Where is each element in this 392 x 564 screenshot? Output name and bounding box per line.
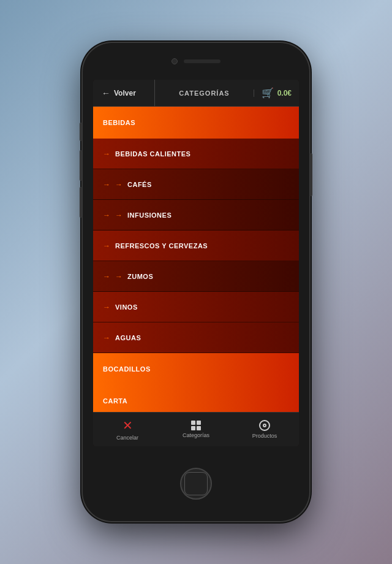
arrow-icon: → — [103, 303, 110, 311]
cart-icon: 🛒 — [262, 87, 274, 99]
products-nav-item[interactable]: Productos — [230, 413, 299, 446]
back-arrow-icon: ← — [102, 88, 110, 98]
back-label: Volver — [114, 89, 136, 97]
list-item[interactable]: BEBIDAS — [93, 107, 299, 139]
power-button — [310, 153, 312, 196]
menu-list: BEBIDAS → BEBIDAS CALIENTES → → CAFÉS → … — [93, 107, 299, 412]
phone-top-bar — [83, 43, 309, 80]
home-button[interactable] — [180, 468, 212, 500]
list-item[interactable]: → AGUAS — [93, 322, 299, 353]
menu-item-label: BEBIDAS — [103, 119, 135, 126]
menu-item-label: CARTA — [103, 397, 127, 405]
categories-nav-item[interactable]: Categorías — [162, 413, 230, 446]
arrow-icon: → — [103, 211, 110, 219]
menu-item-label: ZUMOS — [127, 273, 153, 280]
arrow-icon-2: → — [115, 211, 123, 219]
page-title: CATEGORÍAS — [155, 90, 254, 97]
volume-down-button — [80, 187, 82, 218]
menu-item-label: BOCADILLOS — [103, 365, 151, 373]
products-icon — [259, 420, 270, 431]
list-item[interactable]: → VINOS — [93, 292, 299, 322]
arrow-icon-2: → — [115, 180, 123, 189]
phone-bottom-bar — [180, 446, 212, 521]
home-button-inner — [184, 472, 208, 495]
arrow-icon: → — [103, 272, 110, 281]
cart-price: 0.0€ — [277, 89, 292, 97]
list-item[interactable]: → BEBIDAS CALIENTES — [93, 139, 299, 169]
phone-device: ← Volver CATEGORÍAS 🛒 0.0€ BEBIDAS → BEB… — [83, 43, 309, 521]
cancel-nav-label: Cancelar — [116, 435, 138, 441]
cancel-icon: ✕ — [123, 418, 133, 433]
back-button[interactable]: ← Volver — [93, 80, 155, 106]
bottom-navigation: ✕ Cancelar Categorías Productos — [93, 412, 299, 446]
list-item[interactable]: CARTA — [93, 385, 299, 412]
phone-screen: ← Volver CATEGORÍAS 🛒 0.0€ BEBIDAS → BEB… — [93, 80, 299, 446]
products-nav-label: Productos — [252, 433, 277, 439]
list-item[interactable]: → → CAFÉS — [93, 169, 299, 200]
list-item[interactable]: → → INFUSIONES — [93, 200, 299, 231]
list-item[interactable]: → → ZUMOS — [93, 261, 299, 292]
speaker — [184, 59, 221, 63]
arrow-icon-2: → — [115, 272, 123, 281]
menu-item-label: REFRESCOS Y CERVEZAS — [115, 242, 208, 250]
menu-item-label: AGUAS — [115, 334, 141, 341]
app-header: ← Volver CATEGORÍAS 🛒 0.0€ — [93, 80, 299, 107]
arrow-icon: → — [103, 150, 110, 158]
list-item[interactable]: BOCADILLOS — [93, 353, 299, 385]
menu-item-label: BEBIDAS CALIENTES — [115, 150, 190, 158]
arrow-icon: → — [103, 333, 110, 342]
arrow-icon: → — [103, 242, 110, 250]
list-item[interactable]: → REFRESCOS Y CERVEZAS — [93, 231, 299, 261]
categories-nav-label: Categorías — [183, 432, 209, 438]
volume-up-button — [80, 150, 82, 181]
arrow-icon: → — [103, 180, 110, 189]
menu-item-label: CAFÉS — [127, 181, 152, 188]
volume-silent-button — [80, 123, 82, 141]
cancel-nav-item[interactable]: ✕ Cancelar — [93, 413, 162, 446]
cart-button[interactable]: 🛒 0.0€ — [254, 80, 299, 106]
categories-icon — [191, 421, 201, 430]
menu-item-label: INFUSIONES — [127, 212, 172, 219]
camera — [172, 58, 178, 64]
menu-item-label: VINOS — [115, 303, 138, 311]
